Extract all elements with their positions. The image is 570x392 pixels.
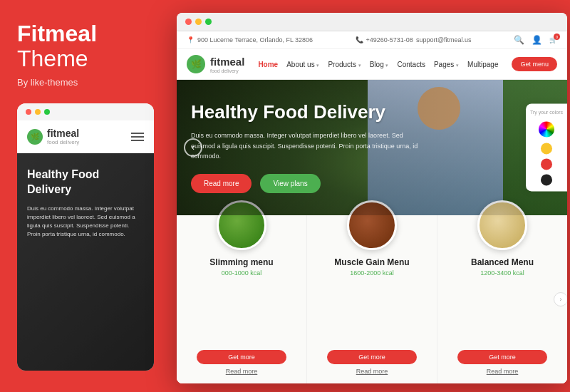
- mobile-logo: 🌿 fitmeal food delivery: [27, 128, 79, 145]
- brand: Fitmeal Theme By like-themes: [17, 21, 154, 88]
- menu-card-actions-balanced: Get more Read more: [446, 350, 559, 375]
- search-icon[interactable]: 🔍: [514, 35, 524, 45]
- nav-links: Home About us ▾ Products ▾ Blog ▾ Contac…: [258, 61, 498, 68]
- nav-link-contacts[interactable]: Contacts: [397, 61, 425, 68]
- topbar-email: support@fitmeal.us: [416, 36, 472, 43]
- menu-card-actions-muscle: Get more Read more: [316, 350, 428, 375]
- brand-by: By like-themes: [17, 77, 154, 88]
- brand-subtitle: Theme: [17, 46, 154, 71]
- color-wheel-icon[interactable]: [539, 122, 554, 138]
- topbar-address-text: 900 Lucerne Terrace, Orlando, FL 32806: [197, 36, 313, 43]
- nav-logo: 🌿 fitmeal food delivery: [187, 55, 244, 73]
- hero-prev-button[interactable]: ‹: [184, 138, 202, 157]
- menu-card-kcal-slimming: 000-1000 kcal: [185, 269, 298, 277]
- read-more-link-slimming[interactable]: Read more: [226, 368, 258, 375]
- browser-window: 📍 900 Lucerne Terrace, Orlando, FL 32806…: [177, 13, 567, 383]
- next-card-arrow[interactable]: ›: [554, 292, 567, 306]
- chevron-down-icon: ▾: [316, 63, 319, 68]
- browser-dot-red: [185, 19, 192, 25]
- phone-icon: 📞: [356, 36, 363, 43]
- dot-yellow: [35, 109, 41, 115]
- site-header: 📍 900 Lucerne Terrace, Orlando, FL 32806…: [177, 31, 567, 80]
- color-swatch-black[interactable]: [541, 175, 552, 186]
- hero-content: Healthy Food Delivery Duis eu commodo ma…: [177, 80, 567, 215]
- mobile-logo-text: fitmeal food delivery: [47, 128, 79, 145]
- get-more-button-slimming[interactable]: Get more: [197, 350, 286, 364]
- menu-card-title-balanced: Balanced Menu: [446, 257, 559, 267]
- menu-card-balanced: Balanced Menu 1200-3400 kcal Get more Re…: [437, 215, 567, 383]
- nav-link-products[interactable]: Products ▾: [328, 61, 361, 68]
- topbar-actions: 🔍 👤 🛒 0: [514, 35, 557, 45]
- mobile-logo-sub: food delivery: [47, 139, 79, 145]
- mobile-logo-name: fitmeal: [47, 128, 79, 139]
- chevron-down-icon: ▾: [456, 63, 459, 68]
- nav-logo-sub: food delivery: [210, 68, 244, 73]
- nav-logo-icon: 🌿: [187, 55, 205, 73]
- hamburger-menu[interactable]: [131, 133, 144, 141]
- mobile-hero: Healthy Food Delivery Duis eu commodo ma…: [17, 153, 154, 371]
- view-plans-button[interactable]: View plans: [260, 174, 320, 193]
- user-icon[interactable]: 👤: [532, 35, 542, 45]
- brand-title: Fitmeal: [17, 21, 154, 46]
- mobile-logo-icon: 🌿: [27, 129, 43, 145]
- get-more-button-balanced[interactable]: Get more: [457, 350, 547, 364]
- color-swatch-yellow[interactable]: [541, 143, 552, 155]
- nav-logo-name: fitmeal: [210, 56, 244, 68]
- topbar-phone-text: +49260-5731-08: [366, 36, 413, 43]
- mobile-hero-title: Healthy Food Delivery: [27, 167, 144, 197]
- hero-buttons: Read more View plans: [191, 174, 553, 193]
- browser-chrome: [177, 13, 567, 31]
- dot-red: [26, 109, 31, 115]
- color-swatch-red[interactable]: [541, 159, 552, 170]
- get-menu-button[interactable]: Get menu: [512, 57, 557, 71]
- color-picker-label: Try your colors: [530, 109, 563, 115]
- mobile-hero-content: Healthy Food Delivery Duis eu commodo ma…: [27, 167, 144, 239]
- menu-cards: Slimming menu 000-1000 kcal Get more Rea…: [177, 215, 567, 383]
- location-icon: 📍: [187, 36, 195, 43]
- nav-link-blog[interactable]: Blog ▾: [370, 61, 389, 68]
- site-topbar: 📍 900 Lucerne Terrace, Orlando, FL 32806…: [177, 31, 567, 49]
- mobile-preview-card: 🌿 fitmeal food delivery Healthy Food Del…: [17, 103, 154, 371]
- hero-title: Healthy Food Delivery: [191, 101, 553, 123]
- nav-link-home[interactable]: Home: [258, 61, 278, 68]
- topbar-phone: 📞 +49260-5731-08 support@fitmeal.us: [356, 36, 472, 43]
- mobile-hero-text: Duis eu commodo massa. Integer volutpat …: [27, 205, 144, 239]
- nav-link-about[interactable]: About us ▾: [286, 61, 319, 68]
- menu-card-title-slimming: Slimming menu: [185, 257, 298, 267]
- cart-icon[interactable]: 🛒 0: [549, 36, 557, 43]
- site-nav: 🌿 fitmeal food delivery Home About us ▾ …: [177, 49, 567, 79]
- menu-card-kcal-balanced: 1200-3400 kcal: [446, 269, 559, 277]
- mobile-nav: 🌿 fitmeal food delivery: [17, 120, 154, 153]
- color-picker-widget: Try your colors: [526, 103, 567, 191]
- menu-card-kcal-muscle: 1600-2000 kcal: [316, 269, 428, 277]
- chevron-down-icon: ▾: [385, 63, 388, 68]
- hero-section: Healthy Food Delivery Duis eu commodo ma…: [177, 80, 567, 215]
- get-more-button-muscle[interactable]: Get more: [327, 350, 417, 364]
- nav-logo-text-block: fitmeal food delivery: [210, 56, 244, 73]
- menu-card-actions-slimming: Get more Read more: [185, 350, 298, 375]
- browser-dot-green: [205, 19, 212, 25]
- chevron-down-icon: ▾: [358, 63, 361, 68]
- menu-card-slimming: Slimming menu 000-1000 kcal Get more Rea…: [177, 215, 307, 383]
- nav-link-pages[interactable]: Pages ▾: [434, 61, 459, 68]
- topbar-address: 📍 900 Lucerne Terrace, Orlando, FL 32806: [187, 36, 313, 43]
- mobile-card-header: [17, 103, 154, 120]
- cart-count: 0: [554, 33, 560, 40]
- menu-card-muscle: Muscle Gain Menu 1600-2000 kcal Get more…: [307, 215, 437, 383]
- read-more-link-balanced[interactable]: Read more: [487, 368, 519, 375]
- browser-dot-yellow: [195, 19, 202, 25]
- read-more-button[interactable]: Read more: [191, 174, 252, 193]
- dot-green: [44, 109, 50, 115]
- menu-card-title-muscle: Muscle Gain Menu: [316, 257, 428, 267]
- nav-link-multipage[interactable]: Multipage: [467, 61, 498, 68]
- left-panel: Fitmeal Theme By like-themes 🌿 fitmeal f…: [0, 0, 171, 392]
- read-more-link-muscle[interactable]: Read more: [356, 368, 388, 375]
- hero-text: Duis eu commodo massa. Integer volutpat …: [191, 130, 419, 161]
